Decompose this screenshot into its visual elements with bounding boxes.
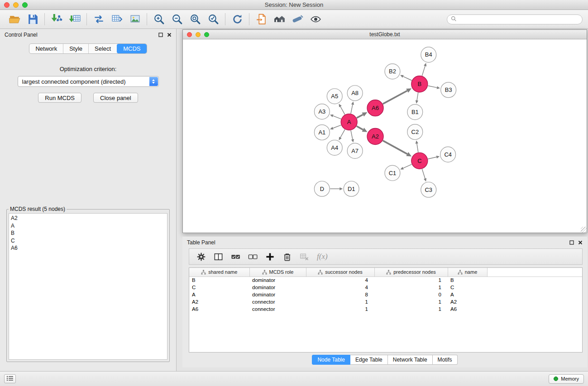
zoom-out-button[interactable] [168,12,186,27]
cell-name[interactable]: C [448,284,487,291]
cell-shared-name[interactable]: A6 [189,305,249,313]
close-panel-button[interactable] [167,33,172,37]
tab-node-table[interactable]: Node Table [312,355,350,365]
settings-button[interactable] [196,252,206,262]
minimize-window-button[interactable] [13,2,19,8]
mcds-result-item[interactable]: A2 [11,214,165,222]
cell-shared-name[interactable]: A [189,291,249,298]
table-row[interactable]: Cdominator41C [189,284,582,291]
network-document-button[interactable] [252,12,270,27]
cell-predecessor-nodes[interactable]: 0 [374,291,448,298]
criterion-select[interactable]: largest connected component (directed) [18,76,159,87]
node-C3[interactable]: C3 [421,182,436,197]
node-A4[interactable]: A4 [327,140,342,155]
edge-A-A2[interactable] [357,126,363,130]
node-D1[interactable]: D1 [344,181,359,196]
cell-predecessor-nodes[interactable]: 1 [374,284,448,291]
delete-row-button[interactable] [282,252,292,262]
cell-successor-nodes[interactable]: 1 [306,298,374,305]
table-row[interactable]: A6connector11A6 [189,305,582,313]
edge-A-A8[interactable] [351,105,353,114]
import-table-button[interactable] [66,12,84,27]
node-B4[interactable]: B4 [421,47,436,62]
node-B1[interactable]: B1 [407,105,423,120]
column-layout-button[interactable] [214,252,223,262]
zoom-in-button[interactable] [150,12,168,27]
edge-A-A1[interactable] [333,125,341,128]
search-input[interactable] [459,16,578,23]
node-C[interactable]: C [411,152,428,169]
zoom-window-button[interactable] [22,2,28,8]
export-table-button[interactable] [108,12,126,27]
run-mcds-button[interactable]: Run MCDS [38,93,81,103]
annotations-button[interactable] [288,12,306,27]
node-A1[interactable]: A1 [314,125,330,140]
column-header-predecessor-nodes[interactable]: predecessor nodes [374,268,448,276]
node-B[interactable]: B [411,76,428,92]
column-header-shared-name[interactable]: shared name [189,268,249,276]
cell-name[interactable]: B [448,276,487,284]
edge-C-C1[interactable] [403,164,412,168]
mcds-result-item[interactable]: A [11,222,165,230]
save-session-button[interactable] [24,12,42,27]
node-B3[interactable]: B3 [441,82,456,98]
node-A3[interactable]: A3 [314,104,330,119]
column-header-name[interactable]: name [448,268,487,276]
export-image-button[interactable] [126,12,144,27]
tab-select[interactable]: Select [88,44,117,53]
edge-B-B3[interactable] [428,86,437,88]
edge-A6-B[interactable] [383,91,407,104]
tab-network[interactable]: Network [29,44,63,53]
node-A7[interactable]: A7 [347,143,363,158]
network-close-button[interactable] [187,32,192,37]
network-zoom-button[interactable] [204,32,209,37]
node-C1[interactable]: C1 [385,165,400,181]
resize-handle[interactable] [581,227,587,233]
node-B2[interactable]: B2 [385,64,400,79]
cell-name[interactable]: A6 [448,305,487,313]
table-row[interactable]: Bdominator41B [189,276,582,284]
deselect-all-button[interactable] [248,252,258,262]
edge-A-A7[interactable] [351,130,353,139]
node-A8[interactable]: A8 [347,86,363,101]
edge-A2-C[interactable] [383,141,407,154]
edge-B-B1[interactable] [417,92,418,100]
edge-A-A3[interactable] [333,116,341,119]
tab-style[interactable]: Style [63,44,88,53]
float-table-panel-button[interactable] [569,240,574,245]
cell-successor-nodes[interactable]: 1 [306,305,374,313]
edge-C-C2[interactable] [417,143,418,152]
cell-shared-name[interactable]: C [189,284,249,291]
home-button[interactable] [270,12,288,27]
cell-shared-name[interactable]: B [189,276,249,284]
close-table-panel-button[interactable] [578,240,583,245]
table-row[interactable]: Adominator80A [189,291,582,298]
tab-mcds[interactable]: MCDS [117,44,146,53]
mcds-result-item[interactable]: C [11,237,165,245]
cell-mcds-role[interactable]: dominator [249,284,306,291]
mcds-result-item[interactable]: B [11,229,165,237]
tab-motifs[interactable]: Motifs [433,355,458,365]
close-panel-button-2[interactable]: Close panel [93,93,138,103]
edge-C-C3[interactable] [422,169,425,178]
cell-predecessor-nodes[interactable]: 1 [374,305,448,313]
node-C2[interactable]: C2 [407,124,423,140]
open-file-button[interactable] [5,12,24,27]
node-A5[interactable]: A5 [327,89,342,104]
tab-network-table[interactable]: Network Table [388,355,433,365]
eye-button[interactable] [306,12,325,27]
search-field[interactable] [447,14,583,24]
zoom-selected-button[interactable] [204,12,222,27]
cell-shared-name[interactable]: A2 [189,298,249,305]
edge-C-C4[interactable] [428,157,436,159]
edge-B-B4[interactable] [422,66,425,76]
cell-successor-nodes[interactable]: 4 [306,284,374,291]
cell-mcds-role[interactable]: dominator [249,291,306,298]
table-row[interactable]: A2connector11A2 [189,298,582,305]
select-all-button[interactable] [231,252,240,262]
cell-successor-nodes[interactable]: 4 [306,276,374,284]
node-A6[interactable]: A6 [367,100,383,116]
cell-mcds-role[interactable]: connector [249,298,306,305]
edge-B-B2[interactable] [403,76,411,81]
node-A[interactable]: A [341,114,357,130]
